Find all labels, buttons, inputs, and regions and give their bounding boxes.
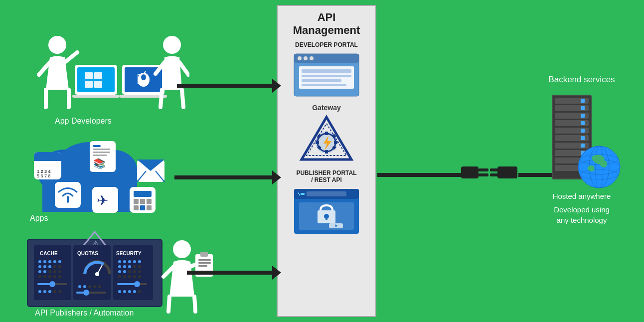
- svg-rect-46: [72, 95, 120, 98]
- svg-text:CACHE: CACHE: [40, 251, 58, 256]
- svg-point-140: [133, 260, 136, 263]
- svg-rect-188: [581, 114, 585, 118]
- svg-rect-45: [94, 81, 102, 88]
- svg-rect-89: [147, 205, 152, 210]
- svg-point-144: [128, 265, 131, 268]
- svg-rect-170: [200, 252, 208, 257]
- svg-rect-186: [581, 106, 585, 110]
- svg-line-56: [182, 90, 183, 107]
- gateway-icon: [297, 115, 356, 164]
- svg-point-108: [53, 270, 56, 273]
- svg-point-146: [138, 265, 141, 268]
- svg-rect-173: [198, 265, 207, 267]
- svg-rect-179: [490, 168, 499, 171]
- svg-point-152: [118, 275, 121, 278]
- svg-rect-66: [34, 157, 61, 161]
- apps-label: Apps: [30, 214, 189, 223]
- api-panel-title: APIManagement: [293, 11, 360, 37]
- svg-rect-72: [93, 152, 110, 153]
- svg-point-151: [138, 270, 141, 273]
- svg-rect-86: [147, 199, 152, 204]
- svg-point-130: [93, 285, 96, 288]
- svg-point-97: [48, 260, 51, 263]
- svg-rect-175: [461, 166, 479, 178]
- svg-rect-15: [325, 132, 328, 135]
- svg-point-2: [298, 56, 302, 60]
- svg-rect-44: [85, 81, 93, 88]
- server-rack-icon: [542, 90, 622, 189]
- svg-point-155: [133, 275, 136, 278]
- svg-point-100: [38, 265, 41, 268]
- svg-rect-176: [479, 168, 488, 171]
- svg-rect-16: [325, 150, 328, 154]
- svg-point-128: [83, 285, 86, 288]
- svg-rect-177: [479, 173, 488, 176]
- svg-point-3: [304, 56, 308, 60]
- svg-rect-192: [581, 129, 585, 133]
- svg-point-153: [123, 275, 126, 278]
- svg-point-106: [43, 270, 46, 273]
- svg-point-98: [53, 260, 56, 263]
- svg-rect-190: [581, 121, 585, 125]
- svg-rect-172: [198, 262, 211, 264]
- svg-rect-42: [85, 72, 93, 79]
- apps-group: 1 2 3 4 5 6 7 8 📚 ✈ Apps: [25, 132, 184, 230]
- backend-services-group: Backend services: [532, 75, 632, 225]
- svg-line-55: [161, 90, 162, 107]
- svg-point-118: [38, 290, 41, 293]
- svg-point-150: [133, 270, 136, 273]
- svg-text:✈: ✈: [97, 193, 108, 208]
- svg-rect-28: [307, 191, 346, 196]
- svg-point-160: [118, 290, 121, 293]
- svg-point-141: [138, 260, 141, 263]
- svg-rect-196: [581, 144, 585, 148]
- svg-point-99: [58, 260, 61, 263]
- svg-point-95: [38, 260, 41, 263]
- svg-point-156: [138, 275, 141, 278]
- svg-rect-83: [134, 191, 152, 197]
- svg-point-121: [53, 290, 56, 293]
- svg-point-139: [128, 260, 131, 263]
- svg-point-148: [123, 270, 126, 273]
- svg-point-129: [88, 285, 91, 288]
- developer-portal-section: DEVELOPER PORTAL: [278, 41, 375, 99]
- svg-rect-27: [301, 193, 305, 195]
- svg-point-111: [43, 275, 46, 278]
- backend-services-label: Backend services: [532, 75, 632, 85]
- svg-point-164: [138, 290, 141, 293]
- svg-point-112: [48, 275, 51, 278]
- svg-point-51: [141, 74, 146, 80]
- svg-rect-73: [93, 155, 107, 156]
- plug-male-icon: [487, 158, 522, 187]
- svg-point-134: [83, 290, 89, 296]
- api-publishers-label: API Publishers / Automation: [35, 309, 224, 318]
- svg-point-163: [133, 290, 136, 293]
- svg-point-107: [48, 270, 51, 273]
- svg-rect-43: [94, 72, 102, 79]
- svg-point-138: [123, 260, 126, 263]
- svg-rect-171: [198, 259, 211, 261]
- svg-point-137: [118, 260, 121, 263]
- svg-rect-88: [140, 205, 145, 210]
- svg-point-127: [78, 285, 81, 288]
- gateway-label: Gateway: [312, 104, 341, 112]
- svg-rect-184: [581, 99, 585, 103]
- svg-point-102: [48, 265, 51, 268]
- svg-rect-10: [302, 84, 346, 86]
- publisher-portal-section: PUBLISHER PORTAL/ REST API: [292, 169, 361, 236]
- svg-point-131: [98, 285, 101, 288]
- svg-rect-32: [325, 216, 327, 220]
- svg-point-117: [49, 281, 55, 287]
- arrow-api-publishers: [187, 271, 274, 275]
- svg-rect-84: [134, 199, 139, 204]
- svg-rect-79: [55, 182, 81, 208]
- svg-point-35: [48, 36, 66, 54]
- hosted-anywhere-label: Hosted anywhere: [532, 192, 632, 200]
- svg-rect-71: [93, 149, 110, 150]
- svg-rect-180: [490, 173, 499, 176]
- svg-point-159: [134, 281, 140, 287]
- svg-point-103: [53, 265, 56, 268]
- svg-point-154: [128, 275, 131, 278]
- svg-point-143: [123, 265, 126, 268]
- svg-point-114: [58, 275, 61, 278]
